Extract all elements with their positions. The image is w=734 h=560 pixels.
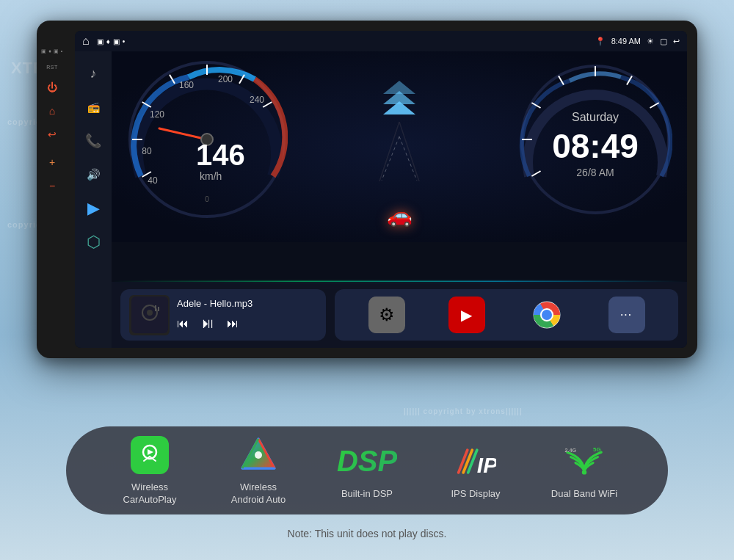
dsp-icon-wrap: DSP — [346, 441, 388, 482]
dsp-label: Built-in DSP — [341, 488, 393, 501]
music-widget: Adele - Hello.mp3 ⏮ ⏯ ⏭ — [120, 289, 326, 341]
carplay-icon-wrap — [129, 434, 170, 476]
svg-text:120: 120 — [150, 109, 164, 120]
status-icon-1: ▣ — [97, 37, 103, 46]
sidebar-music-icon[interactable]: ♪ — [80, 60, 106, 87]
app-chrome-icon[interactable] — [528, 297, 565, 333]
svg-line-20 — [399, 122, 429, 181]
svg-text:0: 0 — [205, 195, 209, 203]
clock-gauge-svg: Saturday 08:49 26/8 AM — [518, 59, 672, 220]
status-icon-3: ▣ — [113, 37, 120, 46]
dashboard: 40 80 120 160 200 240 146 km/h 0 — [112, 51, 687, 348]
svg-point-58 — [582, 470, 586, 474]
svg-text:Saturday: Saturday — [572, 111, 619, 123]
feature-bar: Wireless CarAutoPlay — [66, 426, 668, 514]
sidebar: ♪ 📻 📞 🔊 ▶ ⬡ — [75, 51, 112, 348]
feature-carplay: Wireless CarAutoPlay — [102, 434, 197, 506]
ips-svg: IPS — [455, 446, 496, 478]
music-thumbnail — [129, 295, 170, 335]
chevron-3 — [383, 101, 415, 114]
feature-dsp: DSP Built-in DSP — [319, 441, 415, 501]
center-arrow: 🚗 — [355, 66, 443, 228]
status-right: 📍 8:49 AM ☀ ▢ ↩ — [595, 37, 680, 46]
svg-text:08:49: 08:49 — [552, 127, 639, 165]
android-auto-icon-wrap — [238, 434, 279, 476]
svg-text:40: 40 — [148, 175, 158, 186]
carplay-icon — [131, 436, 169, 474]
left-panel: ▣ ♦ ▣ • RST ⏻ ⌂ ↩ + − — [37, 43, 68, 321]
chevrons — [383, 81, 415, 114]
gauge-container: 40 80 120 160 200 240 146 km/h 0 — [112, 51, 687, 242]
sidebar-phone-icon[interactable]: 📞 — [80, 128, 106, 154]
power-button[interactable]: ⏻ — [42, 77, 62, 98]
screen: ⌂ ▣ ♦ ▣ • 📍 8:49 AM ☀ ▢ ↩ ♪ 📻 📞 🔊 ▶ ⬡ — [75, 31, 687, 348]
sidebar-settings-icon[interactable]: ⬡ — [80, 229, 106, 255]
road-svg — [363, 122, 436, 181]
svg-text:IPS: IPS — [477, 452, 496, 476]
svg-text:160: 160 — [179, 80, 194, 90]
home-button[interactable]: ⌂ — [42, 101, 62, 121]
status-bar: ⌂ ▣ ♦ ▣ • 📍 8:49 AM ☀ ▢ ↩ — [75, 31, 687, 51]
svg-line-21 — [382, 137, 399, 181]
status-icons: ▣ ♦ ▣ • — [97, 37, 126, 46]
svg-text:80: 80 — [142, 146, 152, 156]
location-icon: 📍 — [595, 37, 606, 46]
window-icon[interactable]: ▢ — [660, 37, 667, 46]
unit-shell: ▣ ♦ ▣ • RST ⏻ ⌂ ↩ + − ⌂ ▣ ♦ ▣ • 📍 8:49 A… — [37, 21, 697, 358]
music-info: Adele - Hello.mp3 ⏮ ⏯ ⏭ — [177, 298, 317, 332]
wifi-svg: 2.4G 5G — [564, 443, 605, 481]
speed-gauge-svg: 40 80 120 160 200 240 146 km/h 0 — [126, 59, 288, 220]
home-icon[interactable]: ⌂ — [82, 34, 90, 48]
android-auto-svg — [239, 436, 277, 474]
svg-text:5G: 5G — [593, 446, 601, 452]
svg-line-19 — [370, 122, 399, 181]
svg-line-14 — [159, 128, 207, 139]
status-dot: • — [123, 37, 126, 46]
feature-ips: IPS IPS Display — [428, 441, 523, 501]
svg-point-53 — [255, 451, 262, 459]
next-button[interactable]: ⏭ — [227, 317, 239, 330]
car-silhouette: 🚗 — [387, 203, 413, 228]
app-more-icon[interactable]: ··· — [608, 297, 645, 333]
brightness-icon[interactable]: ☀ — [647, 37, 654, 46]
ips-icon-wrap: IPS — [455, 441, 496, 482]
watermark-bottom-right: |||||| copyright by xtrons|||||| — [404, 407, 523, 415]
svg-text:2.4G: 2.4G — [565, 447, 577, 454]
status-time: 8:49 AM — [611, 37, 641, 46]
play-pause-button[interactable]: ⏯ — [200, 315, 215, 332]
feature-wifi: 2.4G 5G Dual Band WiFi — [537, 441, 632, 501]
gauges-area: 40 80 120 160 200 240 146 km/h 0 — [112, 51, 687, 242]
svg-point-36 — [147, 310, 153, 316]
feature-android-auto: Wireless Android Auto — [211, 434, 306, 506]
android-auto-label: Wireless Android Auto — [231, 481, 286, 506]
carplay-label: Wireless CarAutoPlay — [123, 481, 177, 506]
app-grid: ⚙ ▶ — [335, 289, 678, 341]
sidebar-play-icon[interactable]: ▶ — [80, 195, 106, 222]
svg-text:240: 240 — [250, 95, 264, 105]
status-icon-2: ♦ — [106, 37, 110, 46]
bottom-panel: Adele - Hello.mp3 ⏮ ⏯ ⏭ ⚙ ▶ — [112, 282, 687, 348]
sidebar-volume-icon[interactable]: 🔊 — [80, 161, 106, 188]
sidebar-radio-icon[interactable]: 📻 — [80, 94, 106, 120]
svg-rect-38 — [158, 307, 159, 311]
vol-down-button[interactable]: − — [42, 175, 62, 196]
wifi-label: Dual Band WiFi — [551, 488, 617, 501]
wifi-icon-wrap: 2.4G 5G — [564, 441, 605, 482]
svg-line-22 — [399, 137, 417, 181]
svg-point-43 — [542, 310, 552, 320]
app-settings-icon[interactable]: ⚙ — [368, 297, 405, 333]
dsp-icon: DSP — [337, 445, 397, 478]
svg-text:26/8  AM: 26/8 AM — [576, 167, 614, 178]
music-title: Adele - Hello.mp3 — [177, 298, 317, 309]
svg-rect-37 — [155, 305, 156, 311]
music-controls: ⏮ ⏯ ⏭ — [177, 315, 317, 332]
rst-label: RST — [46, 65, 58, 70]
app-youtube-icon[interactable]: ▶ — [448, 297, 485, 333]
note-text: Note: This unit does not play discs. — [0, 528, 734, 539]
svg-text:146: 146 — [196, 139, 245, 171]
back-button[interactable]: ↩ — [42, 124, 62, 145]
back-icon[interactable]: ↩ — [673, 37, 680, 46]
vol-up-button[interactable]: + — [42, 152, 62, 172]
mic-label: ▣ ♦ ▣ • — [41, 48, 62, 54]
prev-button[interactable]: ⏮ — [177, 317, 189, 330]
